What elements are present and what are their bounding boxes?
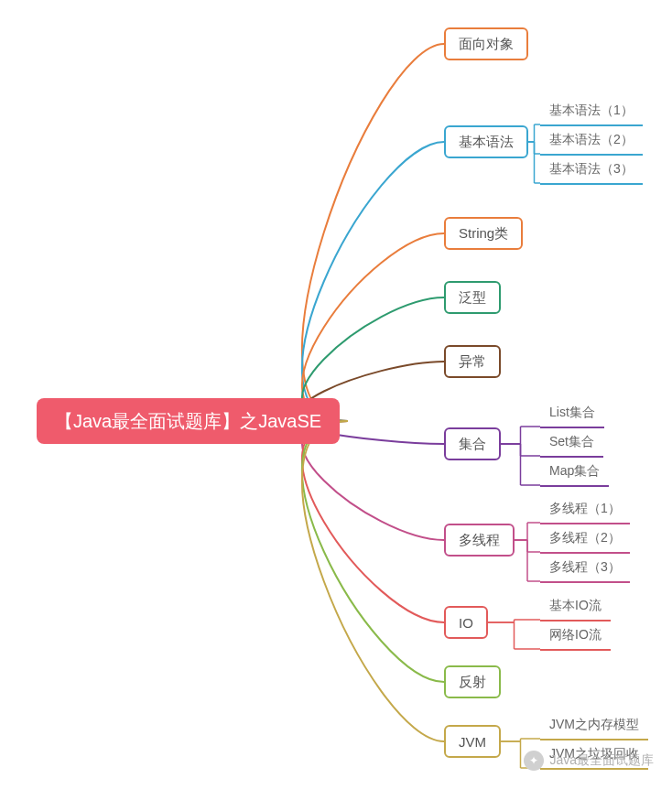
- leaf-coll-0[interactable]: List集合: [540, 401, 604, 428]
- branch-thread[interactable]: 多线程: [444, 524, 515, 557]
- leaf-io-1[interactable]: 网络IO流: [540, 623, 611, 651]
- branch-jvm[interactable]: JVM: [444, 725, 501, 758]
- watermark-text: Java最全面试题库: [549, 752, 654, 769]
- watermark: ✦ Java最全面试题库: [524, 751, 654, 771]
- branch-string[interactable]: String类: [444, 217, 523, 250]
- branch-oo[interactable]: 面向对象: [444, 27, 528, 60]
- leaf-syntax-2[interactable]: 基本语法（3）: [540, 157, 643, 185]
- leaf-thread-1[interactable]: 多线程（2）: [540, 526, 630, 554]
- branch-except[interactable]: 异常: [444, 345, 501, 378]
- leaf-coll-1[interactable]: Set集合: [540, 430, 603, 458]
- branch-io[interactable]: IO: [444, 606, 488, 639]
- leaf-syntax-0[interactable]: 基本语法（1）: [540, 99, 643, 126]
- leaf-syntax-1[interactable]: 基本语法（2）: [540, 128, 643, 156]
- leaf-thread-2[interactable]: 多线程（3）: [540, 556, 630, 583]
- leaf-jvm-0[interactable]: JVM之内存模型: [540, 713, 648, 740]
- leaf-io-0[interactable]: 基本IO流: [540, 594, 611, 621]
- branch-syntax[interactable]: 基本语法: [444, 125, 528, 158]
- branch-reflect[interactable]: 反射: [444, 665, 501, 698]
- branch-coll[interactable]: 集合: [444, 427, 501, 460]
- leaf-coll-2[interactable]: Map集合: [540, 459, 609, 487]
- wechat-icon: ✦: [524, 751, 544, 771]
- leaf-thread-0[interactable]: 多线程（1）: [540, 497, 630, 524]
- root-node[interactable]: 【Java最全面试题库】之JavaSE: [37, 398, 340, 444]
- branch-generic[interactable]: 泛型: [444, 281, 501, 314]
